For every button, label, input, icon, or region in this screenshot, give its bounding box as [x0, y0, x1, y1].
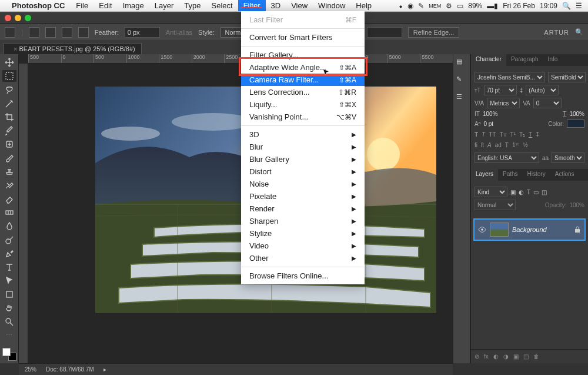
- layer-filter-select[interactable]: Kind: [475, 187, 507, 197]
- underline-button[interactable]: T: [529, 131, 532, 138]
- strike-button[interactable]: T: [536, 131, 539, 138]
- tab-layers[interactable]: Layers: [471, 169, 498, 181]
- adjustment-layer-icon[interactable]: ◑: [503, 353, 509, 360]
- eraser-tool[interactable]: [2, 193, 16, 205]
- layer-background[interactable]: Background: [473, 218, 586, 241]
- font-weight-select[interactable]: SemiBold: [548, 72, 586, 82]
- filter-shape-icon[interactable]: ▭: [533, 189, 539, 195]
- font-family-select[interactable]: Josefin Sans SemiB...: [475, 72, 545, 82]
- filter-smart-icon[interactable]: ◫: [542, 189, 547, 195]
- menu-vanishing-point[interactable]: Vanishing Point...⌥⌘V: [241, 111, 365, 123]
- shape-tool[interactable]: [2, 288, 16, 300]
- blend-mode-select[interactable]: Normal: [475, 200, 516, 210]
- evernote-icon[interactable]: ✎: [418, 2, 424, 10]
- menu-liquify[interactable]: Liquify...⇧⌘X: [241, 98, 365, 111]
- menu-list-icon[interactable]: ☰: [576, 2, 582, 10]
- mem-icon[interactable]: MEM: [429, 3, 441, 9]
- kerning-select[interactable]: Metrics: [487, 98, 520, 108]
- dropbox-icon[interactable]: ⬥: [399, 2, 403, 10]
- spotlight-icon[interactable]: 🔍: [562, 2, 571, 10]
- italic-button[interactable]: T: [482, 131, 485, 138]
- glyphs-icon[interactable]: ▤: [456, 58, 467, 68]
- crop-tool[interactable]: [2, 111, 16, 123]
- opacity-value[interactable]: 100%: [569, 202, 584, 208]
- ps-home-icon[interactable]: [5, 27, 15, 38]
- fan-icon[interactable]: ⚙: [446, 2, 452, 10]
- font-size-select[interactable]: 70 pt: [484, 85, 517, 95]
- marquee-tool[interactable]: [2, 70, 16, 82]
- doc-size[interactable]: Doc: 68.7M/68.7M: [46, 366, 94, 373]
- menu-select[interactable]: Select: [206, 0, 238, 11]
- hscale-value[interactable]: 100%: [569, 111, 584, 117]
- menu-image[interactable]: Image: [118, 0, 149, 11]
- smallcaps-button[interactable]: Tᴛ: [499, 131, 506, 138]
- history-brush-tool[interactable]: [2, 180, 16, 191]
- menu-convert-smart[interactable]: Convert for Smart Filters: [241, 31, 365, 44]
- marquee-mode3-icon[interactable]: [62, 27, 72, 38]
- menu-browse-filters[interactable]: Browse Filters Online...: [241, 270, 365, 282]
- text-color-swatch[interactable]: [567, 120, 584, 128]
- path-select-tool[interactable]: [2, 275, 16, 287]
- menu-type[interactable]: Type: [179, 0, 206, 11]
- tab-paths[interactable]: Paths: [498, 169, 523, 181]
- group-icon[interactable]: ▣: [513, 353, 519, 360]
- layer-thumbnail[interactable]: [490, 223, 509, 237]
- eyedropper-tool[interactable]: [2, 125, 16, 137]
- app-name[interactable]: Photoshop CC: [12, 1, 65, 10]
- tracking-select[interactable]: 0: [533, 98, 562, 108]
- menu-lens-correction[interactable]: Lens Correction...⇧⌘R: [241, 86, 365, 98]
- menu-filter-gallery[interactable]: Filter Gallery...: [241, 49, 365, 61]
- zoom-level[interactable]: 25%: [25, 366, 36, 373]
- marquee-mode4-icon[interactable]: [78, 27, 89, 38]
- menu-help[interactable]: Help: [350, 0, 377, 11]
- tab-paragraph[interactable]: Paragraph: [506, 54, 543, 66]
- submenu-pixelate[interactable]: Pixelate▶: [241, 190, 365, 203]
- clone-stamp-tool[interactable]: [2, 166, 16, 178]
- move-tool[interactable]: [2, 57, 16, 68]
- workspace-name[interactable]: ARTUR: [544, 29, 569, 36]
- edit-toolbar[interactable]: ⋯: [2, 330, 16, 341]
- submenu-distort[interactable]: Distort▶: [241, 165, 365, 178]
- superscript-button[interactable]: T¹: [510, 131, 516, 138]
- submenu-render[interactable]: Render▶: [241, 203, 365, 215]
- hand-tool[interactable]: [2, 302, 16, 314]
- brush-tool[interactable]: [2, 152, 16, 164]
- visibility-icon[interactable]: [478, 225, 486, 234]
- spot-heal-tool[interactable]: [2, 138, 16, 150]
- submenu-blur-gallery[interactable]: Blur Gallery▶: [241, 153, 365, 165]
- document-tab[interactable]: × BEART PRESETS.jpg @ 25% (RGB/8#): [4, 43, 142, 54]
- zoom-tool[interactable]: [2, 316, 16, 328]
- gradient-tool[interactable]: [2, 207, 16, 218]
- magic-wand-tool[interactable]: [2, 98, 16, 109]
- bold-button[interactable]: T: [475, 131, 478, 138]
- lock-icon[interactable]: [574, 226, 581, 233]
- display-icon[interactable]: ▭: [457, 2, 463, 10]
- submenu-sharpen[interactable]: Sharpen▶: [241, 215, 365, 227]
- menu-filter[interactable]: Filter: [238, 0, 266, 11]
- submenu-blur[interactable]: Blur▶: [241, 141, 365, 153]
- marquee-mode2-icon[interactable]: [45, 27, 56, 38]
- close-tab-icon[interactable]: ×: [14, 45, 17, 52]
- menu-window[interactable]: Window: [313, 0, 350, 11]
- feather-input[interactable]: [125, 27, 160, 38]
- filter-adjust-icon[interactable]: ◐: [519, 189, 524, 195]
- battery-icon[interactable]: ▬▮: [487, 2, 498, 10]
- leading-select[interactable]: (Auto): [526, 85, 559, 95]
- submenu-3d[interactable]: 3D▶: [241, 128, 365, 141]
- submenu-video[interactable]: Video▶: [241, 240, 365, 252]
- menu-layer[interactable]: Layer: [149, 0, 179, 11]
- search-icon[interactable]: 🔍: [575, 28, 583, 36]
- filter-type-icon[interactable]: T: [527, 189, 530, 195]
- tab-actions[interactable]: Actions: [550, 169, 579, 181]
- vscale-value[interactable]: 100%: [483, 111, 498, 117]
- submenu-other[interactable]: Other▶: [241, 252, 365, 264]
- link-layers-icon[interactable]: ⊘: [475, 353, 479, 360]
- brush-panel-icon[interactable]: ✎: [456, 75, 467, 86]
- adjustments-icon[interactable]: ☰: [456, 93, 467, 104]
- lasso-tool[interactable]: [2, 84, 16, 95]
- type-tool[interactable]: [2, 261, 16, 273]
- subscript-button[interactable]: T₁: [519, 131, 525, 138]
- menu-file[interactable]: File: [71, 0, 93, 11]
- delete-layer-icon[interactable]: 🗑: [533, 353, 539, 360]
- layer-name[interactable]: Background: [512, 226, 570, 233]
